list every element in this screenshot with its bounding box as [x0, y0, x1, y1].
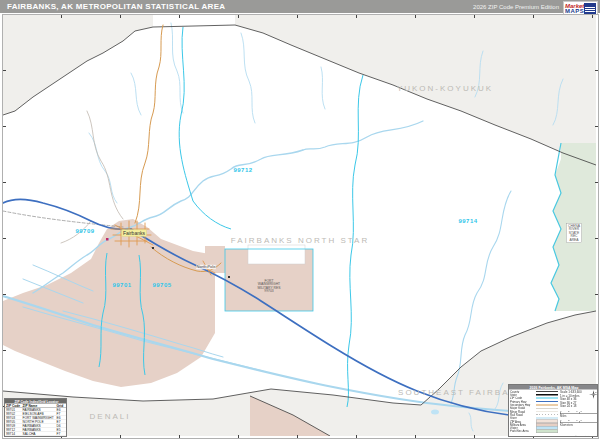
zip-label-99712: 99712: [233, 167, 252, 173]
grid-ticks-left: [3, 15, 6, 436]
zip-index-cell: E6: [57, 416, 67, 420]
zip-index-cell: F7: [57, 432, 67, 436]
zip-label-99701: 99701: [112, 282, 131, 288]
zip-index-cell: 99714: [5, 432, 23, 436]
map-legend: 2026 Fairbanks, AK MSA Map CountyStateZI…: [508, 384, 598, 437]
scalebar-km-label: Kilometers: [560, 423, 598, 426]
zip-index-col-zip: ZIP Code: [5, 404, 23, 408]
map-canvas: YUKON-KOYUKUK FAIRBANKS NORTH STAR SOUTH…: [2, 14, 599, 439]
zip-index-cell: 99705: [5, 420, 23, 424]
zip-index-cell: ESTER: [23, 436, 57, 438]
legend-item-sample: [536, 398, 558, 399]
legend-item-sample: [536, 418, 558, 419]
region-label-denali: DENALI: [90, 412, 131, 421]
zip-index-cell: 99709: [5, 424, 23, 428]
scalebar-km-bar: [560, 421, 598, 423]
zip-index-cell: 99701: [5, 408, 23, 412]
title-bar: FAIRBANKS, AK METROPOLITAN STATISTICAL A…: [0, 0, 600, 13]
military-cutout-white: [248, 245, 305, 264]
scalebar-miles-bar: [560, 412, 598, 414]
zip-index-cell: D6: [57, 424, 67, 428]
zip-index-cell: FAIRBANKS: [23, 428, 57, 432]
zip-index-cell: 99712: [5, 428, 23, 432]
zip-index-cell: 99725: [5, 436, 23, 438]
legend-item: Park/Rec Area: [510, 430, 560, 433]
legend-item-sample: [536, 401, 558, 402]
region-label-yukon-koyukuk: YUKON-KOYUKUK: [397, 84, 493, 93]
area-label-fort-wainwright: FORT WAINWRIGHT MILITARY RES 99703: [258, 279, 281, 292]
zip-index-col-name: ZIP Name: [23, 404, 57, 408]
edition-label: 2026 ZIP Code Premium Edition: [473, 4, 559, 10]
zip-index-cell: FAIRBANKS: [23, 424, 57, 428]
compass-n-label: N: [595, 391, 597, 393]
map-page: FAIRBANKS, AK METROPOLITAN STATISTICAL A…: [0, 0, 600, 439]
scalebar-km: 0 8 16 Kilometers: [560, 419, 598, 427]
legend-item-sample: [536, 414, 558, 415]
map-geometry-svg: [3, 15, 596, 436]
zip-index-cell: NORTH POLE: [23, 420, 57, 424]
legend-item-sample: [536, 408, 558, 409]
city-label-north-pole: North Pole: [196, 265, 216, 269]
grid-ticks-right: [595, 15, 598, 436]
legend-item-sample: [536, 391, 558, 392]
zip-index-row: 99725ESTERD6: [5, 436, 67, 438]
legend-credit: © MarketMAPS.com: [575, 435, 598, 438]
zip-index-cell: EIELSON AFB: [23, 412, 57, 416]
zip-index-cell: E6: [57, 408, 67, 412]
zip-index-cell: FORT WAINWRIGHT: [23, 416, 57, 420]
legend-info-line: Size 24 x 18: [560, 405, 598, 409]
grid-ticks-top: [3, 15, 596, 18]
zip-index-col-grid: Grid: [57, 404, 67, 408]
legend-item-sample: [536, 411, 558, 412]
zip-index-table: ZIP Code Index/Grid Locator ZIP Code ZIP…: [4, 398, 67, 437]
zip-label-99705: 99705: [152, 282, 171, 288]
zip-index-cell: 99702: [5, 412, 23, 416]
zip-index-cell: D6: [57, 436, 67, 438]
compass-rose-icon: N: [589, 390, 598, 399]
legend-item-sample: [536, 394, 558, 396]
zip-index-cell: FAIRBANKS: [23, 408, 57, 412]
scalebar-miles: 0 5 10 Miles: [560, 410, 598, 418]
page-title: FAIRBANKS, AK METROPOLITAN STATISTICAL A…: [7, 2, 225, 11]
city-label-fairbanks: Fairbanks: [122, 230, 147, 237]
logo-wordmark: Market MAPS: [565, 4, 584, 14]
scalebar-miles-label: Miles: [560, 414, 598, 417]
zip-index-cell: E7: [57, 420, 67, 424]
zip-label-99714: 99714: [458, 218, 477, 224]
zip-index-rows: 99701FAIRBANKSE699702EIELSON AFBF799703F…: [5, 408, 67, 438]
zip-index-cell: E5: [57, 428, 67, 432]
zip-label-99709: 99709: [75, 228, 94, 234]
zip-index-cell: 99703: [5, 416, 23, 420]
legend-items: CountyStateZIP CodePrimary HwySecondary …: [510, 390, 560, 433]
zip-index-cell: SALCHA: [23, 432, 57, 436]
region-label-fairbanks-north-star: FAIRBANKS NORTH STAR: [231, 236, 369, 245]
area-label-chena-rec: CHENA RIVER STATE REC AREA: [566, 223, 581, 242]
legend-item-sample: [536, 404, 558, 405]
airport-icon: [106, 238, 109, 241]
legend-item-label: Park/Rec Area: [510, 430, 536, 433]
zip-index-cell: F7: [57, 412, 67, 416]
legend-item-sample: [536, 429, 558, 433]
